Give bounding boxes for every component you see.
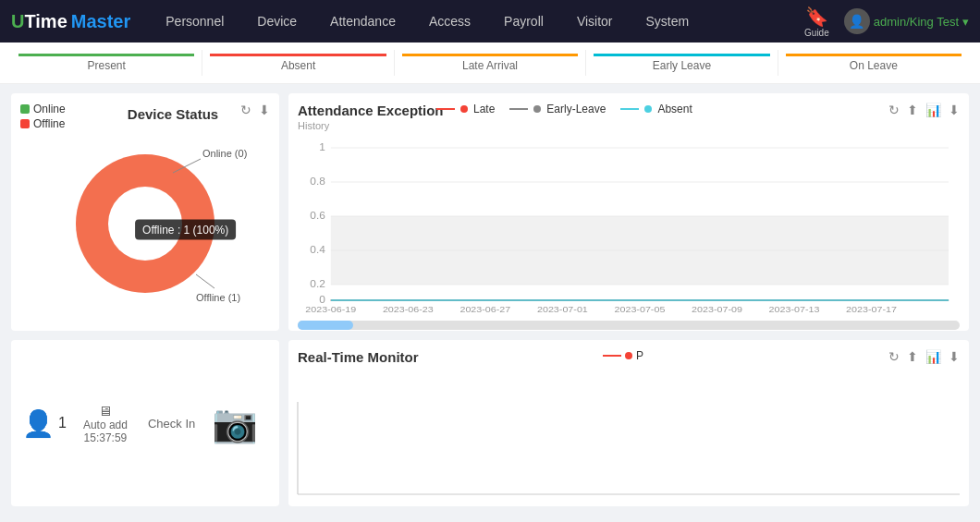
online-dot: [20, 104, 30, 114]
person-count: 1: [58, 415, 67, 431]
main-content: Online Offline Device Status ↻ ⬇: [0, 84, 980, 516]
logo-u: U: [11, 11, 24, 32]
device-status-panel: Online Offline Device Status ↻ ⬇: [11, 93, 279, 331]
checkin-panel: 👤 1 🖥 Auto add 15:37:59 Check In 📷: [11, 340, 279, 506]
auto-add-label: Auto add: [83, 419, 128, 431]
monitor-icon: 🖥: [98, 403, 112, 419]
history-label: History: [298, 120, 960, 131]
svg-text:2023-06-23: 2023-06-23: [383, 305, 434, 314]
svg-text:2023-06-27: 2023-06-27: [459, 305, 510, 314]
guide-icon: 🔖: [805, 6, 828, 28]
refresh-icon[interactable]: ↻: [240, 103, 251, 117]
svg-text:0.8: 0.8: [310, 176, 325, 187]
auto-add-info: 🖥 Auto add 15:37:59: [83, 403, 128, 444]
online-label: Online: [33, 103, 66, 115]
rt-chart-area: [298, 393, 960, 506]
svg-text:0.6: 0.6: [310, 211, 325, 221]
absent-bar: [210, 54, 386, 56]
early-bar: [594, 54, 769, 56]
row1: Online Offline Device Status ↻ ⬇: [11, 93, 969, 331]
rt-legend: P: [603, 349, 643, 362]
late-label: Late Arrival: [462, 59, 518, 72]
chevron-down-icon: ▾: [962, 15, 969, 29]
rt-panel-icons: ↻ ⬆ 📊 ⬇: [888, 349, 960, 364]
chart-scrollbar-thumb[interactable]: [298, 321, 353, 330]
att-chart-svg: 1 0.8 0.6 0.4 0.2 0 2023-06-19 2023-06-2…: [298, 139, 960, 314]
realtime-title: Real-Time Monitor: [298, 349, 419, 365]
nav-item-device[interactable]: Device: [240, 0, 313, 42]
att-bar-icon[interactable]: 📊: [925, 103, 941, 117]
summary-card-onleave[interactable]: On Leave: [778, 50, 969, 76]
download-icon[interactable]: ⬇: [259, 103, 270, 117]
person-icon: 👤: [22, 408, 55, 439]
summary-card-absent[interactable]: Absent: [202, 50, 394, 76]
row2: 👤 1 🖥 Auto add 15:37:59 Check In 📷 Real-…: [11, 340, 969, 506]
present-label: Present: [88, 59, 126, 72]
chart-scrollbar[interactable]: [298, 321, 960, 330]
rt-bar-icon[interactable]: 📊: [925, 349, 941, 364]
late-dot: [460, 105, 468, 113]
avatar: 👤: [844, 8, 870, 34]
svg-text:1: 1: [319, 142, 325, 152]
logo-time: Time: [24, 11, 67, 32]
att-refresh-icon[interactable]: ↻: [888, 103, 900, 117]
summary-row: Present Absent Late Arrival Early Leave …: [0, 42, 980, 84]
att-upload-icon[interactable]: ⬆: [907, 103, 918, 117]
att-early-label: Early-Leave: [546, 103, 606, 115]
legend-online: Online: [20, 103, 66, 115]
summary-card-late[interactable]: Late Arrival: [395, 50, 586, 76]
rt-refresh-icon[interactable]: ↻: [888, 349, 900, 364]
nav-item-system[interactable]: System: [630, 0, 706, 42]
absent-dot: [644, 105, 652, 113]
svg-text:2023-07-01: 2023-07-01: [537, 305, 588, 314]
attendance-exception-panel: Attendance Exception Late Early-Leave Ab…: [288, 93, 969, 331]
early-dot: [533, 105, 541, 113]
svg-text:2023-07-13: 2023-07-13: [769, 305, 820, 314]
rt-upload-icon[interactable]: ⬆: [907, 349, 918, 364]
nav-item-visitor[interactable]: Visitor: [560, 0, 630, 42]
summary-card-early[interactable]: Early Leave: [586, 50, 778, 76]
onleave-bar: [786, 54, 962, 56]
att-late-label: Late: [473, 103, 495, 115]
summary-card-present[interactable]: Present: [11, 50, 202, 76]
band2: [331, 250, 949, 285]
late-bar: [402, 54, 578, 56]
att-download-icon[interactable]: ⬇: [949, 103, 960, 117]
pie-tooltip: Offline : 1 (100%): [135, 220, 236, 240]
p-dot: [625, 352, 632, 359]
nav-item-personnel[interactable]: Personnel: [149, 0, 240, 42]
guide-button[interactable]: 🔖 Guide: [804, 6, 829, 38]
rt-download-icon[interactable]: ⬇: [949, 349, 960, 364]
nav-item-access[interactable]: Access: [412, 0, 487, 42]
band1: [331, 216, 949, 250]
offline-pie-label: Offline (1): [196, 292, 240, 303]
svg-text:0: 0: [319, 295, 325, 305]
att-panel-icons: ↻ ⬆ 📊 ⬇: [888, 103, 960, 117]
logo-master: Master: [71, 11, 130, 32]
att-legend-absent: Absent: [620, 103, 692, 115]
nav-item-attendance[interactable]: Attendance: [313, 0, 412, 42]
absent-label: Absent: [281, 59, 315, 72]
svg-text:0.4: 0.4: [310, 245, 325, 255]
device-panel-icons: ↻ ⬇: [240, 103, 270, 117]
auto-add-time: 15:37:59: [84, 431, 128, 444]
nav-right: 🔖 Guide 👤 admin/King Test ▾: [804, 6, 969, 38]
svg-text:0.2: 0.2: [310, 279, 325, 289]
check-in-label: Check In: [148, 417, 195, 431]
username: admin/King Test: [874, 15, 959, 29]
rt-legend-p: P: [603, 349, 643, 362]
user-info[interactable]: 👤 admin/King Test ▾: [844, 8, 969, 34]
navbar: U Time Master Personnel Device Attendanc…: [0, 0, 980, 42]
early-line: [509, 108, 528, 110]
online-pie-label: Online (0): [202, 148, 247, 159]
onleave-label: On Leave: [850, 59, 898, 72]
nav-items: Personnel Device Attendance Access Payro…: [149, 0, 804, 42]
att-legend-late: Late: [436, 103, 495, 115]
nav-item-payroll[interactable]: Payroll: [487, 0, 560, 42]
att-chart-area: 1 0.8 0.6 0.4 0.2 0 2023-06-19 2023-06-2…: [298, 139, 960, 314]
late-line: [436, 108, 455, 110]
svg-text:2023-07-05: 2023-07-05: [615, 305, 666, 314]
svg-text:2023-07-09: 2023-07-09: [692, 305, 742, 314]
p-line: [603, 355, 621, 357]
person-info: 👤 1: [22, 408, 67, 439]
